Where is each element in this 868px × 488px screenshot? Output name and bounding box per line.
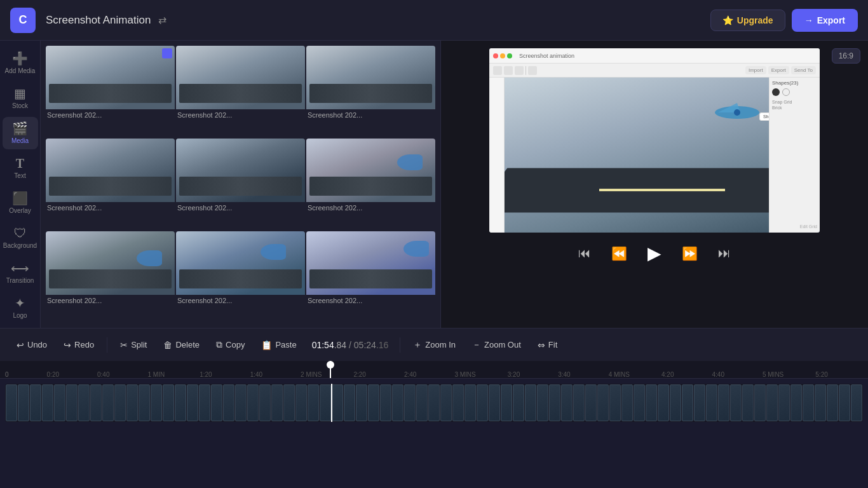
shape-circle-light [782, 88, 790, 96]
add-media-icon: ➕ [12, 52, 28, 65]
skip-to-start-button[interactable]: ⏮ [574, 242, 595, 264]
copy-button[interactable]: ⧉ Copy [210, 336, 251, 354]
zoom-out-button[interactable]: － Zoom Out [466, 336, 527, 355]
sidebar-item-label: Background [3, 242, 37, 249]
aspect-ratio-badge[interactable]: 16:9 [832, 48, 860, 64]
export-button[interactable]: → Export [792, 9, 858, 32]
ruler-mark-240: 2:40 [404, 371, 416, 378]
logo-button[interactable]: C [10, 8, 36, 33]
list-item[interactable]: Screenshot 202... [306, 139, 435, 230]
preview-toolbar-strip: Import Export Send To [489, 64, 820, 78]
play-button[interactable]: ▶ [644, 239, 665, 268]
undo-icon: ↩ [17, 340, 24, 350]
redo-button[interactable]: ↪ Redo [57, 336, 100, 354]
shape-icons [772, 88, 817, 96]
ruler-mark-120: 1:20 [200, 371, 212, 378]
ruler-mark-440: 4:40 [712, 371, 724, 378]
media-label: Screenshot 202... [46, 202, 175, 214]
video-track[interactable] [5, 384, 863, 422]
split-button[interactable]: ✂ Split [114, 336, 153, 354]
track-clip [211, 384, 222, 421]
skip-to-end-button[interactable]: ⏭ [714, 242, 735, 264]
track-clip [790, 384, 802, 421]
track-clip [78, 384, 90, 421]
list-item[interactable]: Screenshot 202... [176, 231, 305, 323]
ruler-mark-020: 0:20 [47, 371, 59, 378]
ruler-playhead[interactable] [330, 361, 331, 378]
upgrade-button[interactable]: ⭐ Upgrade [710, 10, 785, 31]
sync-icon[interactable]: ⇄ [158, 14, 166, 26]
ruler-marks-container: 0 0:20 0:40 1 MIN 1:20 1:40 2 MINS 2:20 … [5, 361, 863, 378]
sidebar-item-text[interactable]: T Text [3, 152, 38, 184]
list-item[interactable]: Screenshot 202... [46, 139, 175, 230]
track-clip [151, 384, 162, 421]
track-clip [670, 384, 681, 421]
track-clip [30, 384, 41, 421]
sidebar-item-stock[interactable]: ▦ Stock [3, 82, 38, 114]
list-item[interactable]: Screenshot 202... [176, 46, 305, 137]
text-icon: T [16, 157, 24, 170]
track-clip [175, 384, 186, 421]
redo-label: Redo [74, 340, 94, 349]
track-clip [585, 384, 597, 421]
snap-grid-label: Snap Grid [772, 100, 817, 104]
zoom-in-button[interactable]: ＋ Zoom In [407, 336, 462, 355]
zoom-in-label: Zoom In [425, 340, 456, 349]
sidebar-item-add-media[interactable]: ➕ Add Media [3, 47, 38, 79]
track-clip [90, 384, 102, 421]
sidebar-item-background[interactable]: 🛡 Background [3, 222, 38, 254]
time-separator: / [349, 340, 351, 350]
track-clip [706, 384, 717, 421]
playhead-handle[interactable] [327, 361, 334, 369]
list-item[interactable]: Screenshot 202... [306, 231, 435, 323]
stock-icon: ▦ [14, 87, 26, 100]
minimize-dot [500, 53, 505, 58]
track-clip [320, 384, 331, 421]
ruler-mark-0: 0 [5, 371, 9, 378]
track-clip [139, 384, 150, 421]
track-clip [839, 384, 850, 421]
track-clip [259, 384, 271, 421]
sidebar-item-transition[interactable]: ⟷ Transition [3, 257, 38, 289]
track-clip [525, 384, 536, 421]
edit-grid-label: Edit Grid [800, 224, 817, 229]
media-panel: Screenshot 202... Screenshot 202... Scre… [41, 41, 441, 328]
fit-button[interactable]: ⇔ Fit [531, 336, 564, 354]
track-clip [537, 384, 548, 421]
track-clip [42, 384, 53, 421]
track-clip [489, 384, 500, 421]
media-icon: 🎬 [12, 122, 28, 135]
export-btn-preview: Export [768, 66, 789, 74]
toolbar-icon-item [504, 66, 513, 75]
list-item[interactable]: Screenshot 202... [46, 231, 175, 323]
list-item[interactable]: Screenshot 202... [176, 139, 305, 230]
time-display: 01:54.84 / 05:24.16 [312, 340, 389, 350]
list-item[interactable]: Screenshot 202... [46, 46, 175, 137]
timeline-ruler[interactable]: 0 0:20 0:40 1 MIN 1:20 1:40 2 MINS 2:20 … [0, 361, 868, 379]
left-tool-panel [489, 78, 505, 233]
import-btn: Import [745, 66, 766, 74]
rewind-button[interactable]: ⏪ [607, 242, 631, 265]
delete-icon: 🗑 [163, 340, 172, 350]
shape-circle-dark [772, 88, 780, 96]
svg-point-2 [734, 109, 740, 116]
sidebar-item-overlay[interactable]: ⬛ Overlay [3, 187, 38, 219]
fast-forward-button[interactable]: ⏩ [678, 242, 702, 265]
overlay-icon: ⬛ [12, 192, 28, 205]
ruler-mark-220: 2:20 [353, 371, 365, 378]
zoom-in-icon: ＋ [413, 339, 422, 351]
undo-label: Undo [27, 340, 47, 349]
list-item[interactable]: Screenshot 202... [306, 46, 435, 137]
paste-button[interactable]: 📋 Paste [255, 336, 302, 354]
project-title: Screenshot Animation [46, 14, 151, 27]
shapes-label: Shapes(23) [772, 80, 817, 86]
right-side-panel: Shapes(23) Snap Grid Brick Edit Grid [769, 78, 820, 233]
track-clip [368, 384, 379, 421]
timeline-tracks [0, 379, 868, 488]
delete-button[interactable]: 🗑 Delete [157, 336, 206, 354]
sidebar-item-media[interactable]: 🎬 Media [3, 117, 38, 149]
track-clip [634, 384, 645, 421]
upgrade-label: Upgrade [737, 15, 773, 25]
sidebar-item-logo[interactable]: ✦ Logo [3, 292, 38, 324]
undo-button[interactable]: ↩ Undo [10, 336, 53, 354]
